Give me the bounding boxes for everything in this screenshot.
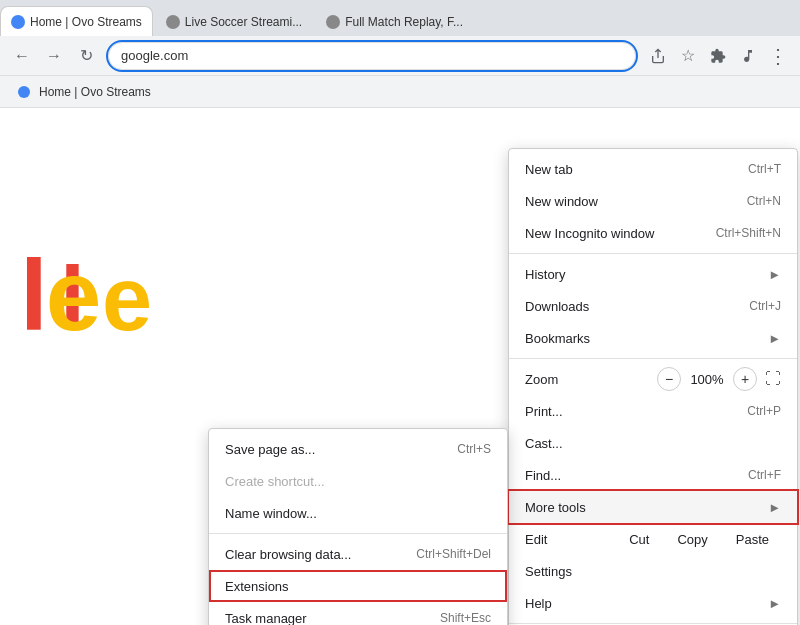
menu-label-downloads: Downloads bbox=[525, 299, 733, 314]
submenu-shortcut-save-page: Ctrl+S bbox=[457, 442, 491, 456]
menu-label-help: Help bbox=[525, 596, 760, 611]
submenu-item-task-manager[interactable]: Task manager Shift+Esc bbox=[209, 602, 507, 625]
menu-item-bookmarks[interactable]: Bookmarks ► bbox=[509, 322, 797, 354]
google-logo-display: le bbox=[20, 238, 99, 353]
edit-buttons: Cut Copy Paste bbox=[617, 529, 781, 550]
zoom-minus-button[interactable]: − bbox=[657, 367, 681, 391]
submenu-item-create-shortcut: Create shortcut... bbox=[209, 465, 507, 497]
bookmark-item-ovo[interactable]: Home | Ovo Streams bbox=[12, 83, 157, 101]
menu-item-cast[interactable]: Cast... bbox=[509, 427, 797, 459]
tab-favicon-home bbox=[11, 15, 25, 29]
menu-item-settings[interactable]: Settings bbox=[509, 555, 797, 587]
menu-label-history: History bbox=[525, 267, 760, 282]
menu-arrow-history: ► bbox=[768, 267, 781, 282]
menu-label-cast: Cast... bbox=[525, 436, 781, 451]
forward-button[interactable]: → bbox=[40, 42, 68, 70]
menu-label-new-tab: New tab bbox=[525, 162, 732, 177]
zoom-value: 100% bbox=[689, 372, 725, 387]
menu-label-print: Print... bbox=[525, 404, 731, 419]
submenu-label-create-shortcut: Create shortcut... bbox=[225, 474, 491, 489]
submenu-label-name-window: Name window... bbox=[225, 506, 491, 521]
menu-shortcut-downloads: Ctrl+J bbox=[749, 299, 781, 313]
menu-label-incognito: New Incognito window bbox=[525, 226, 700, 241]
toolbar-right: ☆ ⋮ bbox=[644, 42, 792, 70]
zoom-label: Zoom bbox=[525, 372, 657, 387]
menu-button[interactable]: ⋮ bbox=[764, 42, 792, 70]
menu-item-print[interactable]: Print... Ctrl+P bbox=[509, 395, 797, 427]
bookmark-bar: Home | Ovo Streams bbox=[0, 76, 800, 108]
menu-shortcut-new-window: Ctrl+N bbox=[747, 194, 781, 208]
menu-item-more-tools[interactable]: More tools ► bbox=[509, 491, 797, 523]
reload-button[interactable]: ↻ bbox=[72, 42, 100, 70]
divider-3 bbox=[509, 623, 797, 624]
submenu-item-save-page[interactable]: Save page as... Ctrl+S bbox=[209, 433, 507, 465]
back-button[interactable]: ← bbox=[8, 42, 36, 70]
submenu-label-save-page: Save page as... bbox=[225, 442, 457, 457]
paste-button[interactable]: Paste bbox=[724, 529, 781, 550]
submenu-label-task-manager: Task manager bbox=[225, 611, 440, 626]
menu-shortcut-find: Ctrl+F bbox=[748, 468, 781, 482]
menu-item-incognito[interactable]: New Incognito window Ctrl+Shift+N bbox=[509, 217, 797, 249]
menu-shortcut-incognito: Ctrl+Shift+N bbox=[716, 226, 781, 240]
menu-label-more-tools: More tools bbox=[525, 500, 760, 515]
submenu-shortcut-task-manager: Shift+Esc bbox=[440, 611, 491, 625]
menu-item-downloads[interactable]: Downloads Ctrl+J bbox=[509, 290, 797, 322]
zoom-fullscreen-button[interactable]: ⛶ bbox=[765, 370, 781, 388]
menu-arrow-more-tools: ► bbox=[768, 500, 781, 515]
extensions-button[interactable] bbox=[704, 42, 732, 70]
toolbar: ← → ↻ google.com ☆ ⋮ bbox=[0, 36, 800, 76]
logo-letter-o2: e bbox=[102, 249, 148, 349]
menu-item-find[interactable]: Find... Ctrl+F bbox=[509, 459, 797, 491]
address-bar[interactable]: google.com bbox=[108, 42, 636, 70]
menu-item-new-window[interactable]: New window Ctrl+N bbox=[509, 185, 797, 217]
copy-button[interactable]: Copy bbox=[665, 529, 719, 550]
submenu-label-clear-browsing: Clear browsing data... bbox=[225, 547, 416, 562]
browser-frame: Home | Ovo Streams Live Soccer Streami..… bbox=[0, 0, 800, 625]
menu-label-new-window: New window bbox=[525, 194, 731, 209]
page-content: l e le New tab Ctrl+T New window Ctrl+N … bbox=[0, 108, 800, 625]
menu-label-bookmarks: Bookmarks bbox=[525, 331, 760, 346]
menu-shortcut-new-tab: Ctrl+T bbox=[748, 162, 781, 176]
tab-favicon-soccer bbox=[166, 15, 180, 29]
zoom-plus-button[interactable]: + bbox=[733, 367, 757, 391]
submenu-item-name-window[interactable]: Name window... bbox=[209, 497, 507, 529]
tab-favicon-replay bbox=[326, 15, 340, 29]
menu-item-history[interactable]: History ► bbox=[509, 258, 797, 290]
more-tools-submenu: Save page as... Ctrl+S Create shortcut..… bbox=[208, 428, 508, 625]
divider-2 bbox=[509, 358, 797, 359]
menu-item-new-tab[interactable]: New tab Ctrl+T bbox=[509, 153, 797, 185]
submenu-item-extensions[interactable]: Extensions bbox=[209, 570, 507, 602]
bookmark-label: Home | Ovo Streams bbox=[39, 85, 151, 99]
menu-label-settings: Settings bbox=[525, 564, 781, 579]
cut-button[interactable]: Cut bbox=[617, 529, 661, 550]
share-button[interactable] bbox=[644, 42, 672, 70]
tab-bar: Home | Ovo Streams Live Soccer Streami..… bbox=[0, 0, 800, 36]
divider-1 bbox=[509, 253, 797, 254]
submenu-item-clear-browsing[interactable]: Clear browsing data... Ctrl+Shift+Del bbox=[209, 538, 507, 570]
bookmark-favicon bbox=[18, 86, 30, 98]
submenu-shortcut-clear-browsing: Ctrl+Shift+Del bbox=[416, 547, 491, 561]
tab-replay[interactable]: Full Match Replay, F... bbox=[315, 6, 474, 36]
menu-item-help[interactable]: Help ► bbox=[509, 587, 797, 619]
media-button[interactable] bbox=[734, 42, 762, 70]
submenu-label-extensions: Extensions bbox=[225, 579, 491, 594]
tab-label-home: Home | Ovo Streams bbox=[30, 15, 142, 29]
tab-label-soccer: Live Soccer Streami... bbox=[185, 15, 302, 29]
menu-shortcut-print: Ctrl+P bbox=[747, 404, 781, 418]
zoom-controls: − 100% + bbox=[657, 367, 757, 391]
edit-row: Edit Cut Copy Paste bbox=[509, 523, 797, 555]
menu-label-find: Find... bbox=[525, 468, 732, 483]
menu-arrow-bookmarks: ► bbox=[768, 331, 781, 346]
tab-home[interactable]: Home | Ovo Streams bbox=[0, 6, 153, 36]
bookmark-button[interactable]: ☆ bbox=[674, 42, 702, 70]
address-text: google.com bbox=[121, 48, 188, 63]
submenu-divider-1 bbox=[209, 533, 507, 534]
chrome-menu: New tab Ctrl+T New window Ctrl+N New Inc… bbox=[508, 148, 798, 625]
menu-arrow-help: ► bbox=[768, 596, 781, 611]
tab-soccer[interactable]: Live Soccer Streami... bbox=[155, 6, 313, 36]
zoom-row: Zoom − 100% + ⛶ bbox=[509, 363, 797, 395]
tab-label-replay: Full Match Replay, F... bbox=[345, 15, 463, 29]
edit-label: Edit bbox=[525, 532, 617, 547]
